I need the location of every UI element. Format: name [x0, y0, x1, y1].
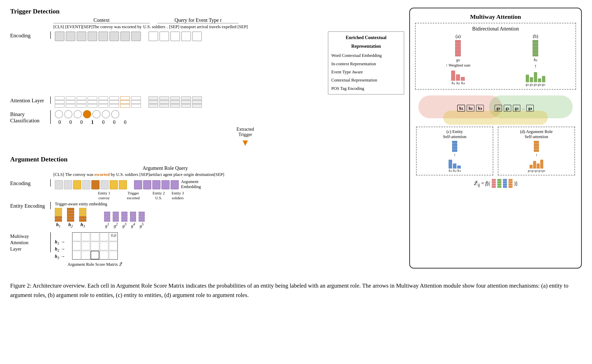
- bidir-section: Bidirectional Attention (a) g₅: [415, 23, 576, 90]
- aenc-arg1: [134, 180, 142, 189]
- argument-section: Argument Detection Argument Role Query […: [10, 156, 404, 269]
- entity-labels-row: Entity 1convoy Triggerescorted Entity 2U…: [53, 191, 404, 201]
- arg-encoding-row: Encoding: [10, 179, 404, 189]
- up-arrow-c: ↑: [454, 153, 456, 157]
- enc-box-6: [109, 31, 119, 41]
- h-bar-chart: [451, 68, 465, 81]
- g3-label: g3: [122, 222, 126, 228]
- up-arrow-b: ↑: [534, 63, 537, 69]
- h3-arrow: h3 →: [55, 254, 65, 260]
- arg-encoding-content: ArgumentEmbedding: [51, 179, 404, 189]
- formula-vec1: [492, 179, 496, 188]
- trigger-title: Trigger Detection: [10, 8, 404, 15]
- h3-vector: h3: [79, 208, 86, 228]
- entity-self-attn-panel: (c) EntitySelf-attention ↑: [416, 127, 493, 175]
- entity-encoding-label: Entity Encoding: [10, 202, 51, 209]
- extracted-trigger: ExtractedTrigger ▼: [86, 127, 404, 148]
- main-container: Trigger Detection Context Query for Even…: [10, 8, 582, 300]
- enc-box-q1: [149, 31, 158, 41]
- attn-group-1: [55, 96, 64, 108]
- h-arrows: h1 → h2 → h3 →: [55, 239, 65, 260]
- extracted-label: ExtractedTrigger: [237, 127, 254, 137]
- attn-group-q2: [159, 96, 169, 108]
- binary-row: Binary Classification 0: [10, 110, 404, 125]
- d-output-vector: [534, 141, 539, 152]
- attn-box-row: [55, 96, 202, 108]
- sub-panels: (c) EntitySelf-attention ↑: [415, 127, 576, 175]
- g3-vector: g3: [121, 212, 127, 228]
- d-label: (d) Argument RoleSelf-attention: [520, 129, 553, 139]
- attention-row: Attention Layer: [10, 96, 404, 108]
- figure-caption: Figure 2: Architecture overview. Each ce…: [10, 281, 569, 300]
- score-matrix-container: (i,j) Argument Role Score Matrix z̄t: [68, 232, 122, 267]
- binary-circles: [55, 110, 119, 118]
- formula-container: z̄tij = f[(: [474, 179, 517, 188]
- circle-7: [111, 110, 119, 118]
- enriched-title: Enriched Contextual Representation: [331, 33, 401, 51]
- h3-bar: [461, 77, 465, 81]
- ij-label: (i,j): [111, 233, 116, 237]
- attn-b1: [55, 96, 64, 100]
- matrix-input-row: h1 → h2 → h3 →: [55, 232, 122, 267]
- enriched-item-3: Event Type AwareContextual Representatio…: [331, 68, 401, 85]
- aenc-soldiers: [119, 180, 127, 189]
- bin-0-3: 0: [77, 119, 86, 125]
- g-bar-chart: [526, 70, 545, 82]
- middle-attn-area: h₁ h₂ h₃ g₅ g₁ g₂ ... g₄: [415, 92, 576, 125]
- entity-encoding-content: Trigger-aware entity embedding: [51, 202, 404, 228]
- attn-b3: [55, 104, 64, 108]
- h1-vector-right: [533, 40, 538, 56]
- bin-0-5: 0: [109, 119, 119, 125]
- attn-b2: [55, 100, 64, 104]
- g1-vector: g1: [104, 212, 110, 228]
- right-panel: Multiway Attention Bidirectional Attenti…: [409, 8, 582, 269]
- arg-encoding-boxes: ArgumentEmbedding: [55, 179, 201, 189]
- formula-text: z̄tij = f[(: [474, 179, 490, 188]
- arg-embedding-label: ArgumentEmbedding: [181, 179, 201, 189]
- enriched-box: Enriched Contextual Representation Word …: [328, 31, 404, 94]
- h2-arrow: h2 →: [55, 246, 65, 253]
- weighted-sum-label: ↑ Weighted sum: [446, 63, 470, 68]
- entity-vectors: h1: [55, 208, 145, 228]
- h1-right-label: h₁: [534, 57, 537, 62]
- enc-box-8: [131, 31, 141, 41]
- encoding-row: Encoding: [10, 31, 404, 94]
- g-vectors: g1 g2: [104, 212, 145, 228]
- binary-label: Binary Classification: [10, 110, 51, 124]
- d-labels: g₅ g₁ g₂ g₃ g₄: [528, 169, 545, 173]
- g5-entity: g₅: [495, 105, 502, 112]
- binary-content: 0 0 0 1 0 0 0: [51, 110, 404, 125]
- bin-0-4: 0: [98, 119, 108, 125]
- g4-label: g4: [131, 222, 135, 228]
- g2-entity: g₂: [513, 105, 520, 112]
- formula-vec2: [497, 179, 501, 188]
- bin-1: 1: [88, 119, 97, 125]
- enriched-item-4: POS Tag Encoding: [331, 85, 401, 93]
- attn-group-6: [109, 96, 119, 108]
- formula-vec3: [503, 179, 507, 188]
- h1-label: h1: [56, 222, 61, 228]
- escorted-token: escorted: [94, 172, 110, 177]
- enc-box-7: [120, 31, 130, 41]
- a-label: (a): [455, 34, 461, 39]
- arg-encoding-label: Encoding: [10, 179, 51, 187]
- c-labels: h₁ h₂ h₃: [449, 169, 461, 173]
- attention-label: Attention Layer: [10, 96, 51, 104]
- c-bar-chart: [449, 158, 461, 169]
- h2-label: h2: [68, 222, 73, 228]
- d-bar-chart: [530, 158, 543, 169]
- g1-label: g1: [105, 222, 109, 228]
- trigger-label: Triggerescorted: [124, 191, 142, 201]
- g4-vector: g4: [130, 212, 136, 228]
- left-panel: Trigger Detection Context Query for Even…: [10, 8, 404, 269]
- g4-entity: g₄: [526, 105, 534, 112]
- circle-1: [55, 110, 63, 118]
- bidir-content: (a) g₅ ↑ Weighted sum: [418, 34, 573, 87]
- right-panel-title: Multiway Attention: [470, 13, 521, 20]
- enriched-item-1: Word Contextual Embedding: [331, 52, 401, 60]
- multiway-label: MultiwayAttentionLayer: [10, 232, 51, 252]
- up-arrow-d: ↑: [535, 153, 537, 157]
- entity3-label: Entity 3soliders: [169, 191, 187, 201]
- g5-label: g5: [140, 222, 144, 228]
- attn-group-7: [120, 96, 130, 108]
